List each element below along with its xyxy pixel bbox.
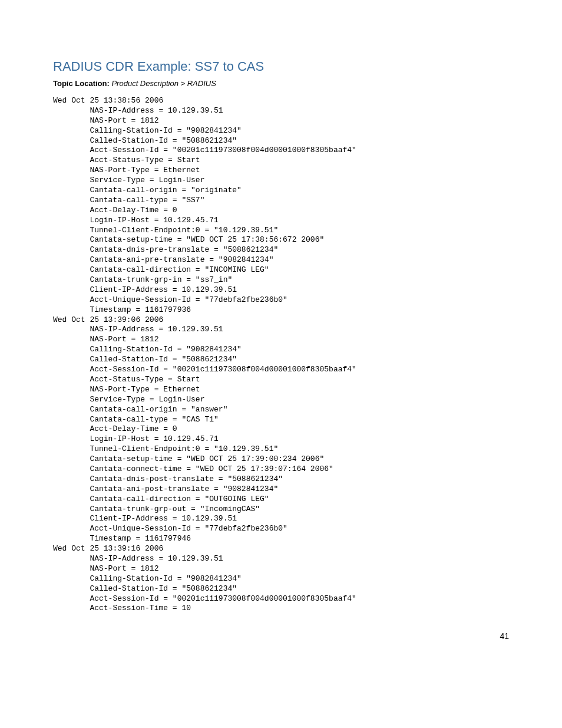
page-number: 41 [53,631,509,641]
topic-location: Topic Location: Product Description > RA… [53,79,509,88]
cdr-log-block: Wed Oct 25 13:38:56 2006 NAS-IP-Address … [53,96,509,614]
topic-location-label: Topic Location: [53,79,110,88]
page-title: RADIUS CDR Example: SS7 to CAS [53,59,509,74]
topic-location-path: Product Description > RADIUS [111,79,216,88]
